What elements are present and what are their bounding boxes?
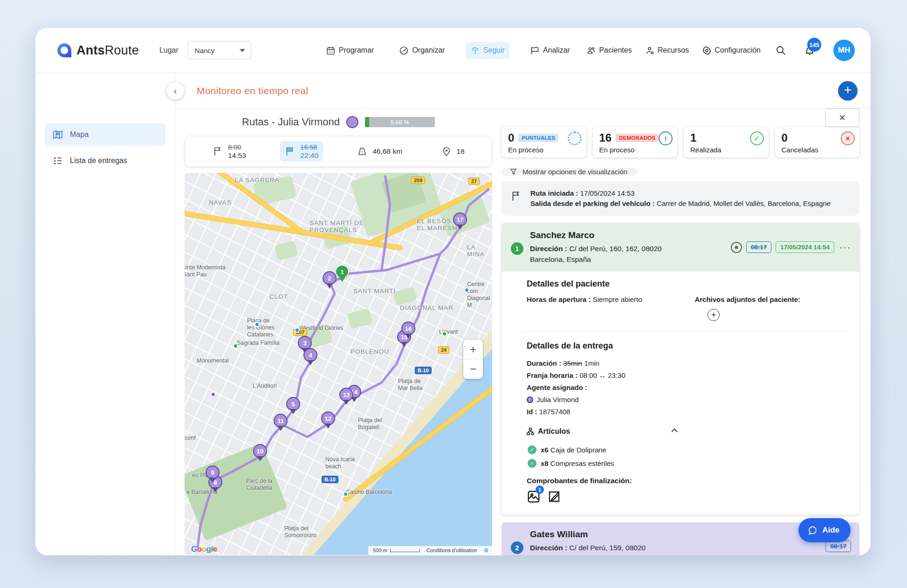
menu-item-recursos[interactable]: Recursos: [645, 46, 689, 55]
photo-count-badge: 1: [536, 485, 544, 494]
map-label: LA SAGRERA: [235, 177, 280, 184]
menu-item-programar[interactable]: Programar: [321, 42, 379, 59]
map-marker-5[interactable]: 5: [286, 397, 300, 411]
stop1-actual-time-badge[interactable]: 17/05/2024 14:54: [776, 241, 834, 253]
calendar-icon: [326, 46, 336, 55]
agent-color-dot: [527, 397, 533, 403]
signature-proof-button[interactable]: [547, 490, 561, 506]
stop1-number-badge: 1: [511, 242, 523, 255]
stop1-header[interactable]: 1 Sanchez Marco Dirección : C/ del Perú,…: [502, 223, 859, 272]
agent-name-line: Julia Virmond: [527, 394, 847, 406]
search-icon: [775, 45, 786, 56]
menu-item-configuracion[interactable]: Configuración: [702, 46, 761, 55]
stat-end-time: 16:5822:40: [280, 141, 323, 162]
stop1-menu-button[interactable]: ···: [839, 242, 851, 253]
map-label: SANT MARTÍ: [353, 287, 396, 294]
zoom-in-button[interactable]: +: [463, 340, 483, 359]
menu-item-seguir[interactable]: Seguir: [466, 42, 509, 59]
map-label: CLOT: [269, 293, 288, 300]
map-label: Platja de Mar Bella: [398, 378, 423, 392]
finish-flag-icon: [284, 146, 295, 157]
map-marker-16[interactable]: 16: [401, 321, 415, 335]
help-button[interactable]: Aide: [798, 518, 851, 542]
route-title: Rutas - Julia Virmond: [242, 116, 340, 128]
map-marker-9[interactable]: 9: [206, 465, 220, 479]
map-marker-17[interactable]: 17: [453, 212, 467, 226]
photo-proof-button[interactable]: 1: [527, 490, 541, 506]
notification-badge: 145: [807, 38, 821, 52]
antsroute-logo-icon: [56, 42, 73, 59]
collapse-panel-button[interactable]: ‹: [166, 82, 184, 100]
stop1-name: Sanchez Marco: [530, 230, 724, 240]
map-marker-11[interactable]: 11: [274, 414, 288, 428]
menu-item-analizar[interactable]: Analizar: [525, 42, 575, 59]
article-row: ✓ x6 Caja de Doliprane: [528, 443, 847, 457]
agent-color-dot[interactable]: [346, 116, 358, 128]
road-shield: 27: [468, 178, 480, 185]
notifications-button[interactable]: 145: [803, 43, 817, 57]
app-window: AntsRoute Lugar Nancy Programar Organiza…: [35, 28, 871, 555]
map-label: Nova Icaria beach: [325, 456, 355, 470]
map-label: Monumental: [197, 357, 229, 364]
keyboard-icon[interactable]: ⊜: [484, 547, 488, 554]
stop2-name: Gates William: [530, 529, 819, 540]
map-label: NAVAS: [209, 199, 232, 206]
time-window-line: Franja horaria : 08:00 ↔ 23:30: [527, 369, 847, 382]
status-card-puntuales[interactable]: 0 PUNTUALES En proceso: [502, 127, 586, 157]
close-panel-button[interactable]: ✕: [825, 109, 859, 127]
menu-item-pacientes[interactable]: Pacientes: [586, 46, 632, 55]
flag-icon: [510, 190, 522, 202]
collapse-articles-button[interactable]: [670, 426, 682, 437]
delivery-id-line: Id : 18757408: [527, 406, 847, 418]
sidebar-item-lista-de-entregas[interactable]: Lista de entregas: [45, 150, 165, 172]
map-label: iomf: [185, 435, 196, 442]
delivery-details-title: Detalles de la entrega: [527, 341, 847, 351]
map-marker-2[interactable]: 2: [323, 271, 337, 285]
map-label: SANT MARTÍ DE PROVENÇALS: [309, 219, 364, 233]
alert-icon: !: [659, 131, 673, 145]
search-button[interactable]: [774, 43, 788, 57]
demorados-badge: DEMORADOS: [616, 134, 659, 142]
opening-hours: Horas de apertura : Siempre abierto: [527, 295, 694, 321]
stop1-planned-time-badge[interactable]: 08:17: [746, 241, 772, 253]
spinner-icon: [568, 131, 582, 145]
map-overlays: LA SAGRERANAVASSANT MARTÍ DE PROVENÇALSE…: [185, 173, 492, 555]
google-logo: Google: [191, 545, 217, 554]
map-attribution: Google 500 m Conditions d'utilisation ⊜: [185, 546, 492, 555]
add-button[interactable]: +: [838, 81, 858, 101]
place-select[interactable]: Nancy: [188, 41, 251, 60]
map-marker-12[interactable]: 12: [321, 411, 335, 425]
status-card-canceladas[interactable]: 0 Canceladas ✕: [775, 127, 860, 157]
page-title: Monitoreo en tiempo real: [197, 85, 309, 96]
poi-dot: [442, 331, 447, 336]
zoom-out-button[interactable]: −: [463, 359, 483, 379]
brand-logo[interactable]: AntsRoute: [56, 42, 139, 59]
poi-dot: [254, 322, 260, 327]
map-canvas[interactable]: LA SAGRERANAVASSANT MARTÍ DE PROVENÇALSE…: [185, 173, 492, 555]
stop2-number-badge: 2: [511, 541, 523, 554]
flag-chart-icon: [530, 46, 540, 55]
puntuales-badge: PUNTUALES: [518, 134, 558, 142]
attachments-label: Archivos adjuntos del paciente:: [694, 295, 800, 303]
patient-details-title: Detalles del paciente: [527, 279, 847, 289]
hierarchy-icon: [527, 428, 534, 435]
locate-stop-icon[interactable]: [731, 242, 742, 253]
map-terms-link[interactable]: Conditions d'utilisation: [426, 547, 477, 553]
map-label: L'Auditori: [253, 383, 277, 390]
map-marker-10[interactable]: 10: [253, 444, 267, 458]
agent-label-line: Agente asignado :: [527, 382, 847, 394]
flag-icon: [212, 146, 223, 157]
map-zoom-controls: + −: [463, 340, 483, 379]
map-marker-13[interactable]: 13: [339, 388, 353, 402]
sidebar-item-mapa[interactable]: Mapa: [45, 123, 165, 146]
map-marker-4[interactable]: 4: [303, 348, 317, 362]
map-marker-1[interactable]: 1: [335, 265, 349, 279]
status-card-demorados[interactable]: 16 DEMORADOS En proceso !: [593, 127, 678, 157]
display-options-toggle[interactable]: Mostrar opciones de visualización: [502, 168, 638, 176]
progress-label: 5.88 %: [365, 117, 435, 127]
menu-item-organizar[interactable]: Organizar: [394, 42, 449, 59]
avatar[interactable]: MH: [833, 40, 855, 61]
add-attachment-button[interactable]: +: [708, 309, 720, 321]
status-card-realizada[interactable]: 1 Realizada ✓: [684, 127, 769, 157]
map-label: Parc de la Ciutadella: [246, 478, 272, 492]
